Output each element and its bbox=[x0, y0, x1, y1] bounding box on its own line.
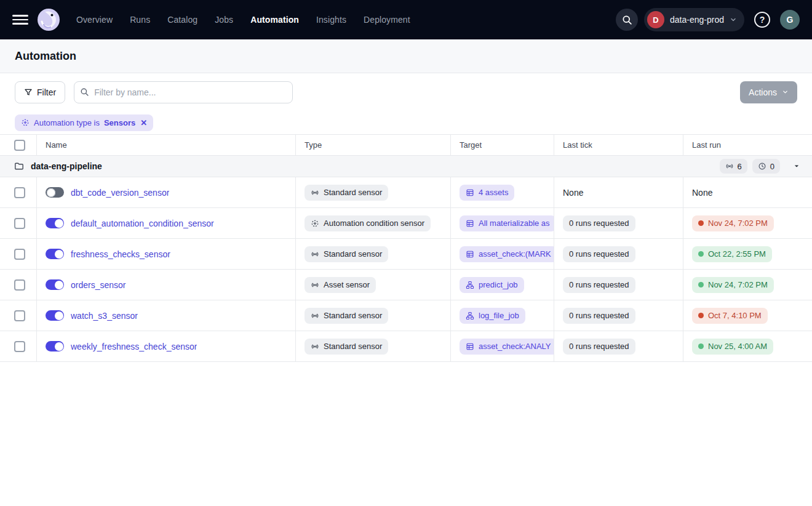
clock-icon bbox=[758, 162, 766, 171]
status-dot bbox=[698, 343, 704, 349]
sensor-icon bbox=[311, 188, 319, 197]
job-icon bbox=[466, 311, 474, 320]
help-icon[interactable]: ? bbox=[754, 12, 770, 28]
row-checkbox[interactable] bbox=[14, 249, 25, 260]
last-tick-value: 0 runs requested bbox=[563, 246, 635, 262]
asset-icon bbox=[466, 219, 474, 228]
asset-icon bbox=[466, 250, 474, 259]
sensor-icon bbox=[311, 311, 319, 320]
filter-button[interactable]: Filter bbox=[15, 81, 65, 103]
last-tick-value: 0 runs requested bbox=[563, 308, 635, 324]
sensor-row: default_automation_condition_sensor Auto… bbox=[0, 208, 812, 239]
folder-icon bbox=[14, 161, 24, 171]
row-checkbox[interactable] bbox=[14, 341, 25, 352]
type-chip: Automation condition sensor bbox=[304, 215, 431, 231]
enable-toggle[interactable] bbox=[46, 218, 64, 228]
last-run-chip[interactable]: None bbox=[692, 185, 712, 201]
column-header-name: Name bbox=[37, 135, 296, 155]
actions-button[interactable]: Actions bbox=[740, 81, 797, 103]
enable-toggle[interactable] bbox=[46, 187, 64, 198]
nav-item-catalog[interactable]: Catalog bbox=[167, 15, 197, 25]
primary-nav: Overview Runs Catalog Jobs Automation In… bbox=[76, 15, 410, 25]
search-icon bbox=[80, 87, 89, 97]
chevron-down-icon bbox=[730, 16, 737, 23]
sensor-name-link[interactable]: orders_sensor bbox=[71, 280, 126, 290]
target-chip[interactable]: predict_job bbox=[460, 277, 524, 293]
last-run-chip[interactable]: Oct 7, 4:10 PM bbox=[692, 308, 768, 324]
sensor-name-link[interactable]: default_automation_condition_sensor bbox=[71, 219, 214, 228]
status-dot bbox=[698, 282, 704, 287]
column-header-last-tick: Last tick bbox=[554, 135, 683, 155]
name-filter-search bbox=[74, 81, 293, 103]
last-run-chip[interactable]: Oct 22, 2:55 PM bbox=[692, 246, 772, 262]
type-chip: Standard sensor bbox=[304, 308, 388, 324]
workspace-switcher[interactable]: D data-eng-prod bbox=[644, 8, 744, 31]
row-checkbox[interactable] bbox=[14, 310, 25, 321]
funnel-icon bbox=[24, 88, 33, 97]
enable-toggle[interactable] bbox=[46, 341, 64, 351]
type-chip: Standard sensor bbox=[304, 185, 388, 201]
target-chip[interactable]: asset_check:ANALY bbox=[460, 339, 554, 355]
sensor-name-link[interactable]: weekly_freshness_check_sensor bbox=[71, 342, 197, 351]
enable-toggle[interactable] bbox=[46, 310, 64, 321]
sensor-icon bbox=[311, 250, 319, 259]
collapse-group-button[interactable] bbox=[790, 163, 803, 169]
automation-condition-icon bbox=[311, 219, 319, 228]
nav-item-automation[interactable]: Automation bbox=[250, 15, 299, 25]
hamburger-menu-icon[interactable] bbox=[12, 15, 28, 25]
sensor-icon bbox=[725, 162, 734, 171]
row-checkbox[interactable] bbox=[14, 187, 25, 198]
active-filters-row: Automation type is Sensors ✕ bbox=[0, 111, 812, 135]
nav-item-runs[interactable]: Runs bbox=[130, 15, 150, 25]
type-chip: Asset sensor bbox=[304, 277, 376, 293]
last-run-chip[interactable]: Nov 24, 7:02 PM bbox=[692, 277, 774, 293]
filter-chip-prefix: Automation type is bbox=[34, 118, 100, 127]
target-chip[interactable]: All materializable as bbox=[460, 215, 554, 231]
type-chip: Standard sensor bbox=[304, 246, 388, 262]
target-chip[interactable]: log_file_job bbox=[460, 308, 525, 324]
workspace-name: data-eng-prod bbox=[670, 15, 724, 25]
nav-item-overview[interactable]: Overview bbox=[76, 15, 113, 25]
workspace-avatar: D bbox=[647, 11, 664, 28]
sensor-icon bbox=[311, 281, 319, 289]
group-name: data-eng-pipeline bbox=[31, 161, 102, 171]
row-checkbox[interactable] bbox=[14, 218, 25, 229]
target-chip[interactable]: 4 assets bbox=[460, 185, 514, 201]
nav-item-insights[interactable]: Insights bbox=[316, 15, 346, 25]
repository-group-row[interactable]: data-eng-pipeline 6 0 bbox=[0, 156, 812, 177]
sensor-name-link[interactable]: freshness_checks_sensor bbox=[71, 249, 170, 259]
caret-down-icon bbox=[794, 163, 800, 169]
sensor-row: weekly_freshness_check_sensor Standard s… bbox=[0, 331, 812, 362]
target-chip[interactable]: asset_check:(MARK bbox=[460, 246, 554, 262]
toolbar: Filter Actions bbox=[0, 73, 812, 111]
asset-icon bbox=[466, 188, 474, 197]
last-run-chip[interactable]: Nov 24, 7:02 PM bbox=[692, 215, 774, 231]
enable-toggle[interactable] bbox=[46, 249, 64, 259]
search-input[interactable] bbox=[74, 81, 293, 103]
enable-toggle[interactable] bbox=[46, 279, 64, 290]
row-checkbox[interactable] bbox=[14, 279, 25, 291]
sensor-row: orders_sensor Asset sensor predict_job 0… bbox=[0, 270, 812, 300]
select-all-checkbox[interactable] bbox=[14, 140, 25, 151]
nav-item-deployment[interactable]: Deployment bbox=[364, 15, 410, 25]
status-dot bbox=[698, 313, 704, 318]
sensor-icon bbox=[311, 342, 319, 351]
search-icon bbox=[622, 15, 632, 25]
last-tick-value: 0 runs requested bbox=[563, 215, 635, 231]
user-avatar[interactable]: G bbox=[780, 10, 800, 30]
status-dot bbox=[698, 220, 704, 226]
global-search-button[interactable] bbox=[616, 9, 638, 31]
page-header: Automation bbox=[0, 39, 812, 73]
last-run-chip[interactable]: Nov 25, 4:00 AM bbox=[692, 339, 773, 355]
remove-filter-icon[interactable]: ✕ bbox=[140, 118, 147, 127]
last-tick-value: 0 runs requested bbox=[563, 277, 635, 293]
column-header-last-run: Last run bbox=[683, 135, 812, 155]
dagster-logo-icon[interactable] bbox=[37, 8, 60, 31]
page-title: Automation bbox=[15, 50, 76, 63]
nav-item-jobs[interactable]: Jobs bbox=[215, 15, 233, 25]
active-filter-chip[interactable]: Automation type is Sensors ✕ bbox=[15, 114, 153, 131]
sensor-name-link[interactable]: watch_s3_sensor bbox=[71, 311, 138, 321]
status-dot bbox=[698, 251, 704, 257]
sensor-row: freshness_checks_sensor Standard sensor … bbox=[0, 239, 812, 270]
sensor-name-link[interactable]: dbt_code_version_sensor bbox=[71, 188, 169, 198]
